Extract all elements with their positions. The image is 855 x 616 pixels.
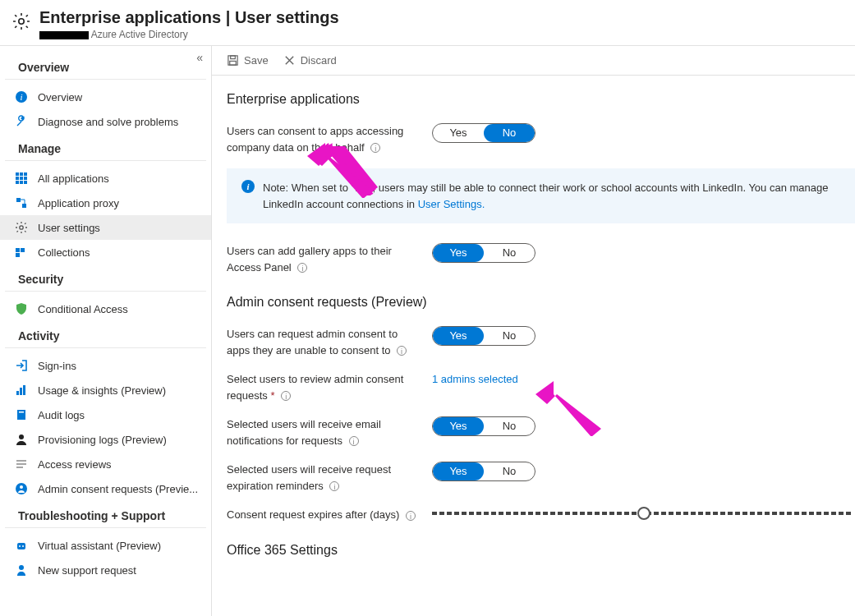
svg-point-0 [19,19,24,24]
save-button[interactable]: Save [227,54,269,67]
info-icon[interactable]: i [329,481,339,491]
reviewers-link[interactable]: 1 admins selected [432,371,518,385]
svg-rect-10 [20,181,23,184]
svg-point-14 [20,226,23,229]
svg-rect-5 [24,172,27,176]
svg-point-29 [19,565,24,570]
info-icon[interactable]: i [297,263,307,273]
sidebar-item-app-proxy[interactable]: Application proxy [0,191,211,215]
label-users-consent: Users can consent to apps accessing comp… [227,123,432,155]
page-title: Enterprise applications | User settings [39,8,339,27]
svg-rect-16 [21,248,25,252]
svg-rect-18 [16,391,19,395]
content-pane: Save Discard Enterprise applications Use… [212,46,855,616]
close-icon [283,54,296,67]
sidebar-item-support[interactable]: New support request [0,558,211,582]
collapse-icon[interactable]: « [196,51,203,64]
toggle-users-consent[interactable]: YesNo [432,123,536,143]
label-gallery-apps: Users can add gallery apps to their Acce… [227,243,432,275]
sidebar-section-overview: Overview [5,53,206,80]
sidebar-item-all-apps[interactable]: All applications [0,166,211,191]
user-settings-link[interactable]: User Settings. [418,198,485,210]
sidebar-section-manage: Manage [5,134,206,161]
page-header: Enterprise applications | User settings … [0,0,855,46]
sidebar-section-security: Security [5,264,206,292]
label-expiry-days: Consent request expires after (days) i [227,507,432,523]
info-icon: i [15,90,28,103]
svg-rect-3 [16,172,19,176]
page-subtitle: Azure Active Directory [39,29,339,40]
label-expiry-reminder: Selected users will receive request expi… [227,462,432,494]
toggle-email-notify[interactable]: YesNo [432,416,536,436]
sidebar-item-collections[interactable]: Collections [0,240,211,264]
toolbar: Save Discard [212,46,855,76]
collections-icon [15,246,28,259]
sidebar-item-diagnose[interactable]: Diagnose and solve problems [0,109,211,134]
sidebar-item-access-reviews[interactable]: Access reviews [0,452,211,476]
svg-rect-31 [231,56,236,59]
save-icon [227,54,239,67]
sidebar-item-audit-logs[interactable]: Audit logs [0,402,211,427]
sidebar-item-virtual-assistant[interactable]: Virtual assistant (Preview) [0,533,211,558]
svg-rect-13 [22,204,26,208]
sidebar-item-conditional-access[interactable]: Conditional Access [0,297,211,321]
bot-icon [15,539,28,552]
sidebar-item-admin-consent[interactable]: Admin consent requests (Previe... [0,476,211,501]
svg-rect-9 [16,181,19,184]
gear-small-icon [15,221,28,234]
sidebar-item-user-settings[interactable]: User settings [0,215,211,240]
svg-rect-21 [17,410,25,420]
svg-rect-19 [20,388,22,395]
list-icon [15,457,28,471]
expiry-slider[interactable] [432,507,855,515]
info-note: i Note: When set to "No", users may stil… [227,168,855,223]
admin-icon [15,482,28,495]
note-info-icon: i [241,180,255,193]
gear-icon [11,11,31,31]
info-icon[interactable]: i [281,391,291,401]
svg-rect-8 [24,177,27,180]
svg-rect-22 [19,411,24,413]
svg-rect-17 [16,253,20,257]
svg-rect-7 [20,177,23,180]
svg-rect-6 [16,177,19,180]
book-icon [15,408,28,421]
svg-rect-26 [17,543,25,549]
section-admin-consent: Admin consent requests (Preview) [227,295,855,310]
label-email-notify: Selected users will receive email notifi… [227,416,432,448]
label-request-consent: Users can request admin consent to apps … [227,326,432,358]
svg-rect-32 [230,61,237,65]
section-enterprise-apps: Enterprise applications [227,92,855,107]
svg-point-23 [19,434,24,439]
sidebar-item-overview[interactable]: iOverview [0,85,211,109]
discard-button[interactable]: Discard [283,54,337,67]
person-icon [15,433,28,446]
chart-icon [15,384,28,397]
section-o365: Office 365 Settings [227,543,855,558]
label-select-reviewers: Select users to review admin consent req… [227,371,432,403]
info-icon[interactable]: i [349,436,359,446]
toggle-gallery-apps[interactable]: YesNo [432,243,536,263]
sidebar-item-provisioning[interactable]: Provisioning logs (Preview) [0,427,211,452]
sidebar-section-troubleshooting: Troubleshooting + Support [5,501,206,528]
svg-point-27 [19,545,21,547]
info-icon[interactable]: i [397,346,407,356]
svg-rect-11 [24,181,27,184]
svg-rect-4 [20,172,23,176]
svg-point-25 [20,485,23,489]
info-icon[interactable]: i [370,143,380,153]
info-icon[interactable]: i [406,511,416,521]
sidebar-section-activity: Activity [5,321,206,348]
sidebar-item-usage[interactable]: Usage & insights (Preview) [0,378,211,402]
svg-rect-20 [23,385,25,395]
toggle-expiry-reminder[interactable]: YesNo [432,462,536,481]
sidebar-item-signins[interactable]: Sign-ins [0,353,211,378]
wrench-icon [15,115,28,128]
shield-icon [15,302,28,315]
sidebar: « Overview iOverview Diagnose and solve … [0,46,212,616]
svg-point-28 [22,545,24,547]
signin-icon [15,359,28,372]
grid-icon [15,172,28,185]
toggle-request-consent[interactable]: YesNo [432,326,536,346]
slider-thumb[interactable] [637,507,650,520]
